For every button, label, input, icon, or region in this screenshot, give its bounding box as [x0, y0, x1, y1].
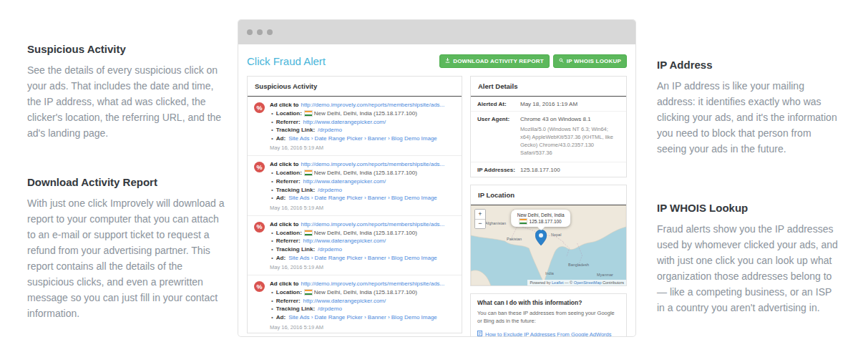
tracking-link[interactable]: /drpdemo [318, 187, 342, 193]
map-zoom-control: + − [474, 209, 486, 229]
popup-city: New Delhi, Delhi, India [517, 212, 565, 218]
ad-path-link[interactable]: Site Ads › Date Range Picker › Banner › … [288, 195, 437, 201]
referrer-label: Referrer: [276, 119, 301, 125]
left-feature-column: Suspicious Activity See the details of e… [27, 43, 228, 321]
referrer-link[interactable]: http://www.daterangepicker.com/ [303, 119, 386, 125]
user-agent-label: User Agent: [477, 116, 520, 122]
tracking-link-label: Tracking Link: [276, 187, 315, 193]
ad-path-link[interactable]: Site Ads › Date Range Picker › Banner › … [288, 135, 437, 142]
referrer-link[interactable]: http://www.daterangepicker.com/ [303, 178, 386, 185]
ad-click-prefix: Ad click to [270, 221, 298, 228]
info-panel: What can I do with this information? You… [470, 293, 627, 337]
tracking-link[interactable]: /drpdemo [318, 246, 342, 253]
window-control-dot [247, 29, 253, 35]
feature-body: Fraud alerts show you the IP addresses u… [657, 221, 842, 316]
leaflet-link[interactable]: Leaflet [552, 280, 564, 285]
browser-title-bar [238, 20, 635, 44]
ad-label: Ad: [276, 135, 286, 142]
location-label: Location: [276, 289, 302, 295]
referrer-link[interactable]: http://www.daterangepicker.com/ [303, 238, 386, 244]
panel-title: Alert Details [471, 77, 626, 97]
location-label: Location: [276, 170, 302, 176]
ad-path-link[interactable]: Site Ads › Date Range Picker › Banner › … [288, 314, 437, 321]
page-title: Click Fraud Alert [247, 55, 326, 67]
map-canvas[interactable]: Afghanistan Pakistan Nepal India Banglad… [471, 205, 626, 285]
ip-location-panel: IP Location [470, 185, 627, 286]
download-activity-report-button[interactable]: DOWNLOAD ACTIVITY REPORT [439, 54, 550, 68]
zoom-in-button[interactable]: + [475, 210, 485, 219]
feature-suspicious-activity: Suspicious Activity See the details of e… [27, 43, 228, 142]
india-flag-icon [305, 230, 312, 235]
india-flag-icon [520, 219, 527, 224]
feature-ip-address: IP Address An IP address is like your ma… [657, 59, 842, 157]
page-header: Click Fraud Alert DOWNLOAD ACTIVITY REPO… [247, 52, 627, 70]
ad-click-url-link[interactable]: http://demo.improvely.com/reports/member… [301, 161, 444, 167]
alerted-at-label: Alerted At: [477, 101, 520, 107]
entry-timestamp: May 16, 2016 5:19 AM [270, 205, 455, 211]
attribution-text: Powered by [530, 280, 552, 285]
feature-download-report: Download Activity Report With just one c… [27, 176, 228, 322]
ad-click-url-link[interactable]: http://demo.improvely.com/reports/member… [301, 102, 444, 108]
popup-ip: 125.18.177.100 [530, 219, 562, 224]
info-panel-title: What can I do with this information? [471, 294, 626, 309]
ad-click-url-link[interactable]: http://demo.improvely.com/reports/member… [301, 221, 444, 228]
suspicious-click-entry: % Ad click tohttp://demo.improvely.com/r… [248, 275, 462, 333]
right-feature-column: IP Address An IP address is like your ma… [657, 59, 842, 316]
map-marker-pin[interactable] [535, 230, 547, 248]
india-flag-icon [305, 170, 312, 175]
suspicious-click-entry: % Ad click tohttp://demo.improvely.com/r… [248, 216, 462, 275]
feature-body: With just one click Improvely will downl… [27, 195, 228, 322]
tracking-link-label: Tracking Link: [276, 127, 315, 133]
ad-label: Ad: [276, 255, 286, 261]
entry-timestamp: May 16, 2016 5:19 AM [270, 264, 455, 270]
suspicious-click-entry: % Ad click tohttp://demo.improvely.com/r… [248, 97, 462, 156]
ip-addresses-value: 125.18.177.100 [520, 167, 560, 173]
alert-details-panel: Alert Details Alerted At: May 18, 2016 1… [470, 76, 627, 177]
user-agent-value: Chrome 43 on Windows 8.1 [520, 116, 591, 122]
ip-addresses-label: IP Addresses: [477, 167, 520, 173]
download-icon [445, 58, 450, 64]
suspicious-activity-panel: Suspicious Activity % Ad click tohttp://… [247, 76, 462, 333]
location-value: New Delhi, Delhi, India (125.18.177.100) [314, 289, 417, 295]
ad-click-prefix: Ad click to [270, 161, 298, 167]
entry-timestamp: May 16, 2016 5:19 AM [270, 324, 455, 331]
panel-title: Suspicious Activity [248, 77, 462, 97]
feature-body: See the details of every suspicious clic… [27, 62, 228, 142]
openstreetmap-link[interactable]: OpenStreetMap [574, 280, 602, 285]
ip-whois-lookup-button[interactable]: IP WHOIS LOOKUP [553, 54, 627, 68]
fraud-percent-icon: % [254, 281, 265, 292]
browser-window: Click Fraud Alert DOWNLOAD ACTIVITY REPO… [238, 20, 635, 336]
tracking-link[interactable]: /drpdemo [318, 127, 342, 133]
user-agent-string: Mozilla/5.0 (Windows NT 6.3; Win64; x64)… [471, 126, 626, 162]
location-value: New Delhi, Delhi, India (125.18.177.100) [314, 170, 417, 176]
attribution-text: — © [564, 280, 574, 285]
feature-ip-whois: IP WHOIS Lookup Fraud alerts show you th… [657, 202, 842, 316]
entry-timestamp: May 16, 2016 5:19 AM [270, 145, 455, 151]
window-control-dot [267, 29, 273, 35]
tracking-link-label: Tracking Link: [276, 306, 315, 312]
location-label: Location: [276, 110, 302, 117]
ad-click-url-link[interactable]: http://demo.improvely.com/reports/member… [301, 280, 444, 287]
map-country-label: Pakistan [507, 237, 522, 241]
suspicious-click-entry: % Ad click tohttp://demo.improvely.com/r… [248, 156, 462, 215]
article-icon [477, 331, 482, 336]
map-country-label: Nepal [551, 233, 561, 237]
referrer-label: Referrer: [276, 238, 301, 244]
feature-heading: IP WHOIS Lookup [657, 202, 842, 214]
india-flag-icon [305, 111, 312, 116]
referrer-link[interactable]: http://www.daterangepicker.com/ [303, 298, 386, 304]
tracking-link-label: Tracking Link: [276, 246, 315, 253]
india-flag-icon [305, 290, 312, 295]
referrer-label: Referrer: [276, 298, 301, 304]
exclude-google-adwords-link[interactable]: How to Exclude IP Addresses From Google … [471, 328, 626, 336]
zoom-out-button[interactable]: − [475, 219, 485, 228]
ad-path-link[interactable]: Site Ads › Date Range Picker › Banner › … [288, 255, 437, 261]
map-country-label: India [545, 271, 554, 275]
referrer-label: Referrer: [276, 178, 301, 185]
location-label: Location: [276, 230, 302, 236]
tracking-link[interactable]: /drpdemo [318, 306, 342, 312]
feature-body: An IP address is like your mailing addre… [657, 78, 842, 157]
search-icon [559, 58, 564, 64]
info-panel-body: You can ban these IP addresses from seei… [471, 309, 626, 329]
feature-heading: Download Activity Report [27, 176, 228, 188]
